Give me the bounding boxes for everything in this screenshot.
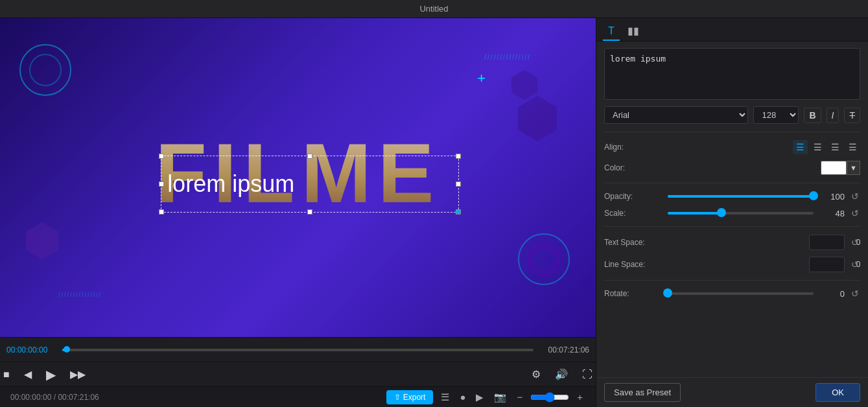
- time-total-display: 00:07:21:06: [537, 345, 589, 355]
- layers-icon-button[interactable]: ●: [457, 390, 468, 404]
- panel-tabs: T ▮▮: [596, 18, 868, 41]
- transition-icon-button[interactable]: ▶: [473, 390, 486, 404]
- save-preset-button[interactable]: Save as Preset: [604, 383, 681, 402]
- bottom-time-display: 00:00:00:00 / 00:07:21:06: [10, 393, 99, 402]
- deco-hex-1: [518, 96, 557, 141]
- rotate-row: Rotate: 0 ↺: [604, 288, 860, 299]
- zoom-in-icon-button[interactable]: +: [574, 390, 585, 404]
- scale-slider-thumb[interactable]: [717, 208, 726, 217]
- color-swatch[interactable]: [821, 161, 847, 175]
- align-justify-button[interactable]: ☰: [845, 140, 860, 154]
- align-label: Align:: [604, 143, 663, 152]
- line-space-spinner[interactable]: ▲ ▼: [809, 257, 845, 272]
- align-right-button[interactable]: ☰: [828, 140, 843, 154]
- rotate-slider[interactable]: [668, 292, 814, 295]
- bold-button[interactable]: B: [804, 108, 821, 123]
- timeline-icon-button[interactable]: ☰: [438, 390, 452, 404]
- rotate-slider-thumb[interactable]: [663, 288, 672, 297]
- text-space-reset-button[interactable]: ↺: [850, 237, 860, 248]
- color-label: Color:: [604, 163, 663, 172]
- divider-4: [604, 280, 860, 281]
- rotate-reset-button[interactable]: ↺: [850, 288, 860, 299]
- scale-value: 48: [819, 209, 845, 218]
- video-panel: /////////////// + /////////////// FILME: [0, 18, 596, 407]
- title-bar: Untitled: [0, 0, 868, 18]
- right-panel: T ▮▮ Arial Times New Roman Helvetica 128…: [596, 18, 868, 407]
- progress-bar-thumb[interactable]: [64, 346, 70, 353]
- play-button[interactable]: ▶: [43, 366, 59, 384]
- bottom-right-controls: ⇧ Export ☰ ● ▶ 📷 − +: [386, 390, 585, 404]
- settings-button[interactable]: ⚙: [528, 367, 544, 382]
- scale-row: Scale: 48 ↺: [604, 208, 860, 218]
- time-current-display: 00:00:00:00: [6, 345, 58, 355]
- filme-background-text: FILME: [156, 124, 441, 222]
- sel-handle-mr[interactable]: [456, 181, 461, 187]
- opacity-slider-thumb[interactable]: [809, 191, 818, 200]
- stop-button[interactable]: ■: [0, 367, 13, 382]
- scale-reset-button[interactable]: ↺: [850, 208, 860, 218]
- align-left-button[interactable]: ☰: [793, 140, 808, 154]
- main-area: /////////////// + /////////////// FILME: [0, 18, 868, 407]
- rotate-value: 0: [819, 289, 845, 299]
- rotate-label: Rotate:: [604, 289, 663, 298]
- sticker-icon-button[interactable]: 📷: [491, 390, 509, 404]
- panel-bottom: Save as Preset OK: [596, 377, 868, 407]
- media-tab-icon: ▮▮: [628, 25, 639, 36]
- sel-handle-br[interactable]: [456, 209, 461, 215]
- volume-button[interactable]: 🔊: [552, 367, 571, 382]
- font-row: Arial Times New Roman Helvetica 128 64 3…: [604, 106, 860, 124]
- playback-controls: ■ ◀ ▶ ▶▶ ⚙ 🔊 ⛶: [0, 362, 596, 386]
- text-space-spinner[interactable]: ▲ ▼: [809, 235, 845, 250]
- tab-media[interactable]: ▮▮: [622, 22, 644, 41]
- video-container[interactable]: /////////////// + /////////////// FILME: [0, 18, 596, 337]
- text-tab-icon: T: [608, 25, 615, 36]
- deco-circle-2: [29, 54, 62, 86]
- deco-circle-5: [531, 246, 557, 272]
- ok-button[interactable]: OK: [815, 383, 860, 402]
- zoom-out-icon-button[interactable]: −: [514, 390, 525, 404]
- font-family-select[interactable]: Arial Times New Roman Helvetica: [604, 106, 748, 124]
- text-space-row: Text Space: ▲ ▼ ↺: [604, 235, 860, 250]
- sel-handle-tr[interactable]: [456, 154, 461, 159]
- prev-frame-button[interactable]: ◀: [21, 367, 35, 382]
- text-content-input[interactable]: [604, 48, 860, 100]
- zoom-slider[interactable]: [530, 392, 569, 402]
- italic-button[interactable]: I: [827, 108, 839, 123]
- next-frame-button[interactable]: ▶▶: [67, 367, 89, 382]
- export-button[interactable]: ⇧ Export: [386, 390, 434, 404]
- bottom-status-bar: 00:00:00:00 / 00:07:21:06 ⇧ Export ☰ ● ▶…: [0, 386, 596, 407]
- strikethrough-button[interactable]: T: [844, 108, 860, 123]
- fullscreen-button[interactable]: ⛶: [579, 367, 596, 382]
- deco-lines-top: ///////////////: [484, 54, 531, 61]
- line-space-label: Line Space:: [604, 260, 663, 269]
- panel-content: Arial Times New Roman Helvetica 128 64 3…: [596, 41, 868, 377]
- scale-slider[interactable]: [668, 212, 814, 215]
- divider-1: [604, 132, 860, 132]
- align-center-button[interactable]: ☰: [810, 140, 825, 154]
- opacity-row: Opacity: 100 ↺: [604, 191, 860, 202]
- opacity-slider[interactable]: [668, 195, 814, 198]
- color-row: Color: ▼: [604, 161, 860, 175]
- color-dropdown-button[interactable]: ▼: [847, 161, 860, 175]
- opacity-slider-fill: [668, 195, 814, 198]
- divider-3: [604, 226, 860, 227]
- text-space-label: Text Space:: [604, 238, 663, 247]
- deco-lines-bottom: ///////////////: [58, 292, 102, 298]
- align-buttons: ☰ ☰ ☰ ☰: [793, 140, 860, 154]
- divider-2: [604, 183, 860, 183]
- scale-label: Scale:: [604, 209, 663, 218]
- deco-hex-3: [26, 222, 58, 259]
- tab-text[interactable]: T: [603, 22, 620, 41]
- line-space-reset-button[interactable]: ↺: [850, 259, 860, 270]
- scale-slider-fill: [668, 212, 721, 215]
- align-row: Align: ☰ ☰ ☰ ☰: [604, 140, 860, 154]
- progress-bar[interactable]: [62, 349, 534, 351]
- deco-hex-2: [511, 70, 537, 100]
- deco-plus: +: [477, 70, 486, 87]
- font-size-select[interactable]: 128 64 32 24 18 12: [753, 106, 799, 124]
- opacity-value: 100: [819, 192, 845, 202]
- opacity-label: Opacity:: [604, 192, 663, 201]
- opacity-reset-button[interactable]: ↺: [850, 191, 860, 202]
- video-controls-bar: 00:00:00:00 00:07:21:06: [0, 337, 596, 362]
- line-space-row: Line Space: ▲ ▼ ↺: [604, 257, 860, 272]
